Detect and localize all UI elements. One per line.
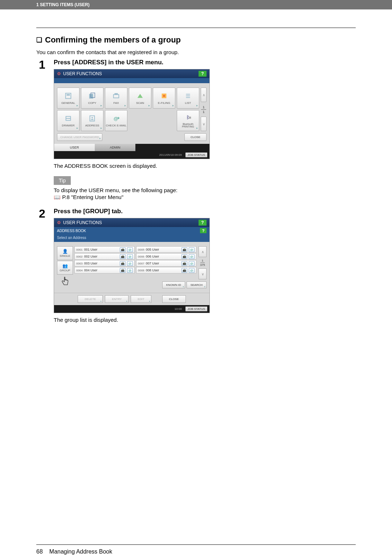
help-button[interactable]: ? [199, 71, 207, 77]
close-button[interactable]: CLOSE [184, 133, 207, 141]
header-bar: 1 SETTING ITEMS (USER) [0, 0, 392, 9]
rule-top [36, 28, 356, 28]
list-item[interactable]: 0008008 User📠@ [136, 267, 196, 274]
screenshot-user-functions: ⚙ USER FUNCTIONS ? GENERAL▸ COPY▸ FAX▸ [54, 69, 210, 159]
fax-icon[interactable]: 📠 [120, 254, 126, 259]
tip-text: To display the USER menu, see the follow… [54, 187, 356, 193]
mail-icon[interactable]: @ [189, 268, 195, 273]
help-button[interactable]: ? [199, 220, 207, 226]
change-password-button[interactable]: CHANGE USER PASSWORD▸ [57, 133, 102, 141]
address-list: 0001001 User📠@ 0002002 User📠@ 0003003 Us… [74, 246, 207, 288]
copy-button[interactable]: COPY▸ [81, 88, 103, 109]
job-status-button[interactable]: JOB STATUS [185, 153, 207, 157]
check-email-button[interactable]: @CHECK E-MAIL [105, 110, 127, 131]
list-item[interactable]: 0007007 User📠@ [136, 260, 196, 267]
col-left: 0001001 User📠@ 0002002 User📠@ 0003003 Us… [74, 246, 135, 279]
mail-icon[interactable]: @ [189, 261, 195, 266]
list-item[interactable]: 0002002 User📠@ [74, 253, 135, 260]
search-button[interactable]: SEARCH▸ [187, 281, 207, 288]
status-datetime: 2011/05/18 09:09 [159, 154, 182, 157]
bluetooth-printing-button[interactable]: Bluetooth PRINTING▸ [177, 110, 199, 131]
instruction-bar: Select an Address [54, 234, 209, 242]
footer-title: Managing Address Book [49, 548, 112, 555]
fax-icon[interactable]: 📠 [120, 247, 126, 252]
section-title: ❏ Confirming the members of a group [36, 35, 356, 45]
known-id-button[interactable]: KNOWN ID▸ [162, 281, 185, 288]
list-item[interactable]: 0006006 User📠@ [136, 253, 196, 260]
person-icon: 👤 [62, 249, 68, 254]
ss-title: USER FUNCTIONS [63, 220, 102, 225]
page-content: ❏ Confirming the members of a group You … [0, 9, 392, 341]
side-tabs: 👤 SINGLE 👥 GROUP [57, 246, 73, 288]
page-indicator: 1 1 [201, 104, 207, 115]
count-indicator: 1 375 [199, 258, 207, 268]
group-tab[interactable]: 👥 GROUP [57, 261, 73, 275]
section-desc: You can confirm the contacts that are re… [36, 49, 356, 55]
fax-icon[interactable]: 📠 [120, 261, 126, 266]
mail-icon[interactable]: @ [189, 254, 195, 259]
ss2-body: 👤 SINGLE 👥 GROUP [54, 242, 209, 293]
general-button[interactable]: GENERAL▸ [57, 88, 79, 109]
step-body: Press [ADDRESS] in the USER menu. ⚙ USER… [54, 59, 356, 200]
svg-rect-16 [189, 117, 191, 119]
fax-icon [112, 92, 120, 100]
address-button[interactable]: ADDRESS▸ [81, 110, 103, 131]
scroll-up-button[interactable]: ∧ [199, 246, 207, 257]
fax-icon[interactable]: 📠 [181, 254, 187, 259]
delete-button[interactable]: DELETE▸ [78, 295, 103, 303]
step1-after: The ADDRESS BOOK screen is displayed. [54, 163, 356, 169]
job-status-button[interactable]: JOB STATUS [185, 307, 207, 311]
fax-icon[interactable]: 📠 [120, 268, 126, 273]
mail-icon[interactable]: @ [127, 261, 133, 266]
breadcrumb: 1 SETTING ITEMS (USER) [36, 2, 90, 7]
single-tab[interactable]: 👤 SINGLE [57, 246, 73, 260]
address-icon [88, 114, 96, 122]
svg-rect-2 [89, 94, 93, 98]
step-2: 2 Press the [GROUP] tab. ⚙ USER FUNCTION… [36, 208, 356, 327]
step-title: Press [ADDRESS] in the USER menu. [54, 59, 356, 66]
ss-body: GENERAL▸ COPY▸ FAX▸ SCAN▸ E-FILING▸ LIST… [54, 83, 209, 144]
scan-icon [136, 92, 144, 100]
list-item[interactable]: 0005005 User📠@ [136, 246, 196, 253]
svg-rect-7 [163, 95, 165, 97]
mail-icon[interactable]: @ [127, 254, 133, 259]
fax-icon[interactable]: 📠 [181, 268, 187, 273]
hand-pointer-icon [57, 274, 73, 288]
scroll-down-button[interactable]: ∨ [201, 117, 207, 131]
section-title-text: Confirming the members of a group [45, 35, 181, 45]
scroll-down-button[interactable]: ∨ [199, 268, 207, 279]
step-number: 2 [36, 208, 48, 327]
page-footer: 68 Managing Address Book [36, 544, 356, 555]
menu-grid: GENERAL▸ COPY▸ FAX▸ SCAN▸ E-FILING▸ LIST… [57, 88, 207, 131]
search-row: KNOWN ID▸ SEARCH▸ [74, 281, 207, 288]
scroll-column: ∧ 1 1 ∨ [201, 88, 207, 131]
tools-icon: ⚙ [57, 71, 61, 76]
close-button[interactable]: CLOSE [162, 295, 186, 303]
list-item[interactable]: 0003003 User📠@ [74, 260, 135, 267]
list-item[interactable]: 0004004 User📠@ [74, 267, 135, 274]
admin-tab[interactable]: ADMIN [95, 144, 135, 151]
edit-button[interactable]: EDIT▸ [131, 295, 151, 303]
user-tab[interactable]: USER [54, 144, 95, 151]
list-item[interactable]: 0001001 User📠@ [74, 246, 135, 253]
scan-button[interactable]: SCAN▸ [129, 88, 151, 109]
drawer-button[interactable]: DRAWER▸ [57, 110, 79, 131]
help-button-small[interactable]: ? [200, 228, 207, 233]
scroll-column: ∧ 1 375 ∨ [199, 246, 207, 279]
subtitle-text: ADDRESS BOOK [57, 229, 86, 233]
entry-button[interactable]: ENTRY▸ [105, 295, 128, 303]
efiling-button[interactable]: E-FILING▸ [153, 88, 175, 109]
mail-icon[interactable]: @ [189, 247, 195, 252]
step-number: 1 [36, 59, 48, 200]
mail-icon[interactable]: @ [127, 268, 133, 273]
ss-titlebar: ⚙ USER FUNCTIONS ? [54, 69, 209, 78]
fax-icon[interactable]: 📠 [181, 247, 187, 252]
drawer-icon [64, 114, 72, 122]
general-icon [64, 92, 72, 100]
fax-icon[interactable]: 📠 [181, 261, 187, 266]
scroll-up-button[interactable]: ∧ [201, 88, 207, 102]
fax-button[interactable]: FAX▸ [105, 88, 127, 109]
step-body: Press the [GROUP] tab. ⚙ USER FUNCTIONS … [54, 208, 356, 327]
list-button[interactable]: LIST▸ [177, 88, 199, 109]
mail-icon[interactable]: @ [127, 247, 133, 252]
